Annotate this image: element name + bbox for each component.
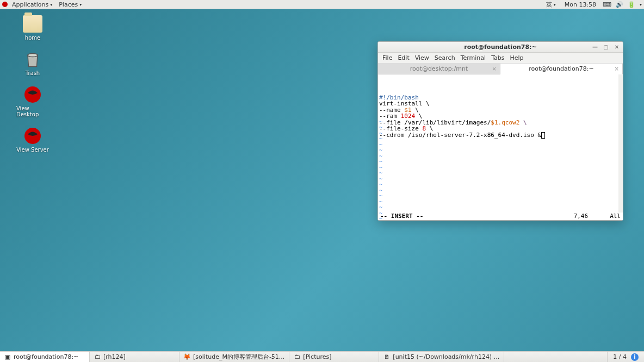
menu-view[interactable]: View [415,54,429,61]
taskbar-item-label: [rh124] [103,353,126,360]
window-title: root@foundation78:~ [464,43,536,51]
terminal-tabbar: root@desktop:/mnt×root@foundation78:~× [378,64,623,74]
desktop-icon-home[interactable]: home [16,15,49,41]
taskbar-item-3[interactable]: 🗀[Pictures] [289,352,379,362]
menubar: FileEditViewSearchTerminalTabsHelp [378,53,623,64]
tab-close-icon[interactable]: × [615,66,619,72]
taskbar-item-2[interactable]: 🦊[solitude_M的博客管理后台-51... [179,352,289,362]
places-menu[interactable]: Places ▾ [57,1,84,8]
doc-icon: 🗎 [383,354,390,360]
workspace-indicator[interactable]: 1 / 4 i [607,352,644,362]
folder-icon [23,15,42,33]
places-label: Places [59,1,78,8]
menu-tabs[interactable]: Tabs [491,54,504,61]
volume-icon[interactable]: 🔊 [616,1,623,8]
desktop-icon-view-server[interactable]: View Server [16,127,49,153]
desktop-icon-label: Trash [26,70,40,76]
distributor-logo-icon [2,2,8,7]
terminal-body[interactable]: #!/bin/bash virt-install \ --name $1 \ -… [378,74,623,220]
terminal-icon: ▣ [4,354,11,360]
taskbar-item-1[interactable]: 🗀[rh124] [90,352,179,362]
redhat-icon [23,86,42,103]
vim-position: 7,46 [574,213,589,220]
clock-label: Mon 13:58 [565,1,596,8]
desktop-icon-label: home [25,35,40,41]
taskbar-item-4[interactable]: 🗎[unit15 (~/Downloads/mk/rh124) ... [379,352,504,362]
close-button[interactable]: ✕ [613,43,621,51]
vim-percent: All [610,213,621,220]
menu-edit[interactable]: Edit [398,54,409,61]
bottom-taskbar: ▣root@foundation78:~🗀[rh124]🦊[solitude_M… [0,351,644,362]
top-panel: Applications ▾ Places ▾ 英 ▾ Mon 13:58 ⌨ … [0,0,644,9]
vim-mode: -- INSERT -- [380,213,423,220]
caret-down-icon: ▾ [50,2,52,7]
system-menu-caret-icon[interactable]: ▾ [640,2,642,7]
taskbar-item-0[interactable]: ▣root@foundation78:~ [0,352,90,362]
applications-menu[interactable]: Applications ▾ [10,1,54,8]
taskbar-item-label: [Pictures] [303,353,331,360]
caret-down-icon: ▾ [554,2,556,7]
maximize-button[interactable]: ▢ [602,43,610,51]
scrollbar-vertical[interactable] [618,74,623,213]
desktop-icon-label: View Desktop [16,105,49,117]
vim-status-line: -- INSERT -- 7,46 All [378,213,623,220]
tab-label: root@foundation78:~ [529,65,593,72]
file-icon: 🗀 [94,354,101,360]
applications-label: Applications [12,1,48,8]
terminal-tab-1[interactable]: root@foundation78:~× [500,64,623,74]
battery-icon[interactable]: 🔋 [628,1,635,8]
window-titlebar[interactable]: root@foundation78:~ — ▢ ✕ [378,42,623,53]
taskbar-item-label: root@foundation78:~ [14,353,78,360]
desktop-icon-view-desktop[interactable]: View Desktop [16,86,49,117]
text-cursor [541,132,545,139]
redhat-icon [23,127,42,145]
minimize-button[interactable]: — [591,43,599,51]
terminal-tab-0[interactable]: root@desktop:/mnt× [378,64,500,74]
accessibility-icon[interactable]: ⌨ [603,1,611,8]
firefox-icon: 🦊 [184,354,190,360]
trash-icon [23,51,42,68]
file-icon: 🗀 [294,354,300,360]
menu-help[interactable]: Help [510,54,524,61]
taskbar-item-label: [solitude_M的博客管理后台-51... [193,353,284,361]
menu-search[interactable]: Search [435,54,455,61]
tab-close-icon[interactable]: × [492,66,497,72]
terminal-window: root@foundation78:~ — ▢ ✕ FileEditViewSe… [377,41,623,221]
notification-icon[interactable]: i [631,353,639,361]
ime-indicator[interactable]: 英 ▾ [544,1,558,9]
menu-file[interactable]: File [382,54,392,61]
workspace-label: 1 / 4 [613,353,627,360]
ime-label: 英 [546,1,552,9]
desktop-icon-trash[interactable]: Trash [16,51,49,76]
svg-point-0 [28,54,38,57]
taskbar-item-label: [unit15 (~/Downloads/mk/rh124) ... [393,353,499,360]
desktop-icon-label: View Server [16,147,49,153]
desktop-icons: homeTrashView DesktopView Server [16,15,49,153]
caret-down-icon: ▾ [79,2,82,7]
tab-label: root@desktop:/mnt [410,65,468,72]
clock[interactable]: Mon 13:58 [562,1,598,8]
menu-terminal[interactable]: Terminal [461,54,486,61]
